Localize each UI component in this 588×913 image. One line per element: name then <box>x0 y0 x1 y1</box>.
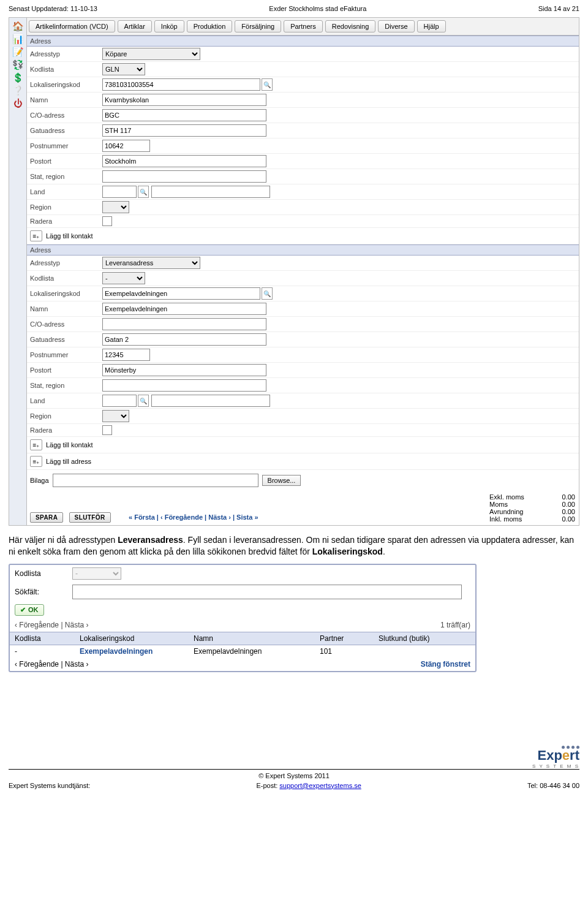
lbl-stat: Stat, region <box>30 173 102 180</box>
save-button[interactable]: SPARA <box>30 512 63 523</box>
sw-sokfalt[interactable] <box>72 585 462 599</box>
lbl2-adresstyp: Adresstyp <box>30 259 102 267</box>
addr2-postort[interactable] <box>102 364 266 376</box>
add-contact-icon-2[interactable]: ≡₊ <box>30 439 42 450</box>
add-contact-icon[interactable]: ≡₊ <box>30 230 42 241</box>
tab-vcd[interactable]: Artikelinformation (VCD) <box>29 20 115 32</box>
addr1-lokkod[interactable] <box>102 78 260 91</box>
tab-hjalp[interactable]: Hjälp <box>417 20 446 32</box>
body-paragraph: Här väljer ni då adresstypen Leveransadr… <box>9 534 579 558</box>
addr2-stat[interactable] <box>102 379 266 392</box>
addr2-postnr[interactable] <box>102 349 150 361</box>
addr2-delete-checkbox[interactable] <box>102 425 112 435</box>
top-menu: Artikelinformation (VCD) Artiklar Inköp … <box>26 18 579 36</box>
header-title: Exder Stockholms stad eFaktura <box>269 5 366 12</box>
lbl2-namn: Namn <box>30 305 102 313</box>
addr2-lokkod-search-icon[interactable]: 🔍 <box>262 287 273 300</box>
lbl2-region: Region <box>30 412 102 420</box>
browse-button[interactable]: Browse... <box>262 475 301 486</box>
lbl-land: Land <box>30 188 102 195</box>
lbl-region: Region <box>30 203 102 211</box>
sw-pager-top[interactable]: ‹ Föregående | Nästa › <box>15 621 89 629</box>
addr2-land-name[interactable] <box>151 395 270 407</box>
lbl2-land: Land <box>30 397 102 404</box>
tab-inkop[interactable]: Inköp <box>154 20 184 32</box>
add-address[interactable]: Lägg till adress <box>46 458 91 465</box>
addr1-adresstyp[interactable]: Köpare <box>102 48 200 60</box>
footer-mid: E-post: support@expertsystems.se <box>256 782 361 789</box>
lbl-postort: Postort <box>30 157 102 165</box>
tab-produktion[interactable]: Produktion <box>187 20 233 32</box>
sw-ok-button[interactable]: ✔OK <box>15 604 44 616</box>
expert-logo: Expert S Y S T E M S <box>532 746 579 769</box>
addr1-postnr[interactable] <box>102 140 150 152</box>
help-icon[interactable]: ❔ <box>12 86 24 95</box>
addr2-gatu[interactable] <box>102 333 266 346</box>
lbl-gatu: Gatuadress <box>30 127 102 134</box>
addr1-land-name[interactable] <box>151 186 270 198</box>
lbl-postnr: Postnummer <box>30 142 102 150</box>
addr2-land-search-icon[interactable]: 🔍 <box>138 395 149 407</box>
addr1-delete-checkbox[interactable] <box>102 216 112 226</box>
addr2-co[interactable] <box>102 318 266 330</box>
sw-sokfalt-lbl: Sökfält: <box>15 588 69 596</box>
addr1-namn[interactable] <box>102 94 266 106</box>
sw-kodlista[interactable]: - <box>72 567 121 580</box>
bilaga-path[interactable] <box>53 474 258 487</box>
tab-artiklar[interactable]: Artiklar <box>118 20 152 32</box>
addr1-lokkod-search-icon[interactable]: 🔍 <box>262 78 273 91</box>
add-contact-1[interactable]: Lägg till kontakt <box>46 232 92 240</box>
lbl-kodlista: Kodlista <box>30 66 102 73</box>
home-icon[interactable]: 🏠 <box>12 21 24 31</box>
lbl2-stat: Stat, region <box>30 382 102 389</box>
addr1-kodlista[interactable]: GLN <box>102 63 145 75</box>
tab-redovisning[interactable]: Redovisning <box>325 20 376 32</box>
lbl-lokkod: Lokaliseringskod <box>30 81 102 88</box>
money-icon[interactable]: 💱 <box>12 60 24 69</box>
record-pager[interactable]: « Första | ‹ Föregående | Nästa › | Sist… <box>129 513 258 521</box>
check-icon: ✔ <box>20 606 26 614</box>
addr1-land[interactable] <box>102 186 137 198</box>
lbl2-postort: Postort <box>30 366 102 374</box>
addr2-adresstyp[interactable]: Leveransadress <box>102 257 200 269</box>
addr2-kodlista[interactable]: - <box>102 272 145 284</box>
search-window: Kodlista- Sökfält: ✔OK ‹ Föregående | Nä… <box>9 564 477 672</box>
addr1-region[interactable] <box>102 201 129 213</box>
dollar-icon[interactable]: 💲 <box>12 73 24 82</box>
lbl-radera: Radera <box>30 218 102 225</box>
addr2-land[interactable] <box>102 395 137 407</box>
addr1-postort[interactable] <box>102 155 266 167</box>
header-page: Sida 14 av 21 <box>538 5 579 12</box>
sw-hits: 1 träff(ar) <box>440 621 470 629</box>
lbl2-radera: Radera <box>30 426 102 434</box>
addr1-gatu[interactable] <box>102 124 266 137</box>
lbl2-co: C/O-adress <box>30 320 102 328</box>
footer-copyright: © Expert Systems 2011 <box>9 772 579 779</box>
addr1-land-search-icon[interactable]: 🔍 <box>138 186 149 198</box>
addr2-lokkod[interactable] <box>102 287 260 300</box>
note-icon[interactable]: 📝 <box>12 47 24 56</box>
tab-forsaljning[interactable]: Försäljning <box>235 20 281 32</box>
sw-result-row[interactable]: - Exempelavdelningen Exempelavdelningen … <box>10 645 475 657</box>
sw-pager-bottom[interactable]: ‹ Föregående | Nästa › <box>15 660 89 669</box>
addr1-stat[interactable] <box>102 170 266 183</box>
sw-close[interactable]: Stäng fönstret <box>421 660 470 669</box>
lbl-adresstyp: Adresstyp <box>30 50 102 58</box>
complete-button[interactable]: SLUTFÖR <box>69 512 111 523</box>
power-icon[interactable]: ⏻ <box>13 99 23 108</box>
tab-partners[interactable]: Partners <box>284 20 323 32</box>
add-contact-2[interactable]: Lägg till kontakt <box>46 441 92 449</box>
addr1-co[interactable] <box>102 109 266 121</box>
section-address-1: Adress <box>26 36 579 47</box>
addr2-region[interactable] <box>102 410 129 422</box>
header-updated: Senast Uppdaterad: 11-10-13 <box>9 5 97 12</box>
sidebar: 🏠 📊 📝 💱 💲 ❔ ⏻ <box>9 18 27 525</box>
add-address-icon[interactable]: ≡₊ <box>30 456 42 467</box>
chart-icon[interactable]: 📊 <box>12 34 24 44</box>
footer-email-link[interactable]: support@expertsystems.se <box>279 782 361 789</box>
tab-diverse[interactable]: Diverse <box>378 20 414 32</box>
footer-right: Tel: 08-446 34 00 <box>527 782 579 789</box>
sw-kodlista-lbl: Kodlista <box>15 569 69 578</box>
addr2-namn[interactable] <box>102 303 266 315</box>
lbl2-gatu: Gatuadress <box>30 336 102 343</box>
